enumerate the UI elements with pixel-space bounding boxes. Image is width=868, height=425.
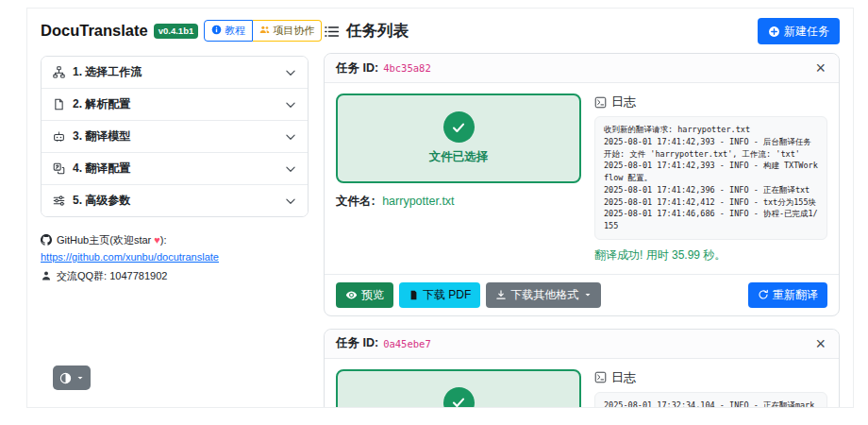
- task-card-footer: 预览 下载 PDF 下载其他格式 重新翻译: [325, 274, 839, 315]
- accordion-label: 2. 解析配置: [73, 96, 130, 112]
- person-icon: [41, 270, 52, 281]
- new-task-label: 新建任务: [784, 24, 829, 40]
- sliders-icon: [53, 195, 65, 207]
- caret-down-icon: [76, 374, 84, 382]
- download-pdf-button[interactable]: 下载 PDF: [399, 282, 480, 308]
- log-header: 日志: [594, 94, 827, 110]
- translate-icon: [53, 162, 65, 175]
- chevron-down-icon: [285, 99, 296, 110]
- preview-button[interactable]: 预览: [336, 282, 393, 308]
- log-label: 日志: [611, 94, 636, 110]
- task-card-body: 文件已选择 文件名: table.pdf 日志 2025-08-01 17:32…: [325, 359, 839, 408]
- task-card: 任务 ID: 0a45ebe7 × 文件已选择 文件名: table.pdf: [324, 329, 840, 408]
- file-dropzone[interactable]: 文件已选择: [336, 369, 581, 408]
- accordion-item-parse-config[interactable]: 2. 解析配置: [42, 88, 308, 120]
- app-frame: DocuTranslate v0.4.1b1 教程 项目协作 1. 选择工作流: [26, 8, 854, 408]
- accordion-item-workflow[interactable]: 1. 选择工作流: [42, 57, 308, 88]
- accordion-label: 1. 选择工作流: [73, 64, 142, 80]
- task-card-header: 任务 ID: 0a45ebe7 ×: [325, 330, 839, 359]
- file-selected-label: 文件已选择: [429, 149, 489, 165]
- download-other-button[interactable]: 下载其他格式: [486, 282, 601, 308]
- github-link[interactable]: https://github.com/xunbu/docutranslate: [41, 251, 219, 263]
- task-id-label: 任务 ID:: [336, 335, 378, 351]
- accordion-item-translate-config[interactable]: 4. 翻译配置: [42, 152, 308, 184]
- task-card-body: 文件已选择 文件名: harrypotter.txt 日志 收到新的翻译请求: …: [325, 83, 839, 274]
- workflow-icon: [53, 66, 65, 78]
- file-column: 文件已选择 文件名: table.pdf: [336, 369, 581, 408]
- task-list-panel: 任务列表 新建任务 任务 ID: 4bc35a82 × 文件已选择: [324, 18, 845, 398]
- chevron-down-icon: [285, 131, 296, 143]
- task-id-label: 任务 ID:: [336, 60, 378, 76]
- download-other-label: 下载其他格式: [510, 287, 578, 303]
- log-icon: [594, 96, 607, 109]
- page-title: 任务列表: [346, 21, 409, 42]
- new-task-button[interactable]: 新建任务: [758, 18, 840, 44]
- status-text: 翻译成功! 用时 35.99 秒。: [594, 247, 827, 264]
- header-button-group: 教程 项目协作: [204, 20, 322, 42]
- caret-down-icon: [584, 291, 592, 298]
- log-column: 日志 收到新的翻译请求: harrypotter.txt 2025-08-01 …: [594, 94, 827, 264]
- file-dropzone[interactable]: 文件已选择: [336, 94, 581, 183]
- settings-accordion: 1. 选择工作流 2. 解析配置 3. 翻译模型 4. 翻译配置 5. 高级参数: [41, 56, 309, 217]
- qq-line: 交流QQ群: 1047781902: [41, 267, 309, 284]
- accordion-label: 4. 翻译配置: [73, 161, 130, 177]
- log-output: 收到新的翻译请求: harrypotter.txt 2025-08-01 17:…: [594, 116, 827, 240]
- app-title: DocuTranslate: [41, 22, 148, 40]
- theme-toggle-button[interactable]: [53, 366, 91, 390]
- version-badge: v0.4.1b1: [154, 24, 199, 39]
- log-label: 日志: [611, 369, 636, 386]
- chevron-down-icon: [285, 67, 296, 78]
- sidebar-header: DocuTranslate v0.4.1b1 教程 项目协作: [41, 18, 309, 43]
- github-line: GitHub主页(欢迎star ♥):: [41, 231, 309, 248]
- collab-button[interactable]: 项目协作: [253, 20, 322, 42]
- tutorial-button[interactable]: 教程: [204, 20, 253, 42]
- tutorial-label: 教程: [225, 24, 245, 38]
- log-output: 2025-08-01 17:32:34,104 - INFO - 正在翻译mar…: [594, 392, 827, 408]
- filename-value: harrypotter.txt: [382, 195, 454, 208]
- task-id-value: 0a45ebe7: [383, 338, 431, 349]
- close-icon[interactable]: ×: [813, 335, 827, 352]
- task-id-value: 4bc35a82: [383, 62, 431, 74]
- download-pdf-label: 下载 PDF: [423, 287, 471, 303]
- download-icon: [495, 289, 507, 300]
- accordion-item-translate-model[interactable]: 3. 翻译模型: [42, 120, 308, 152]
- qq-label: 交流QQ群: 1047781902: [57, 267, 167, 284]
- info-icon: [211, 25, 222, 37]
- sidebar-links: GitHub主页(欢迎star ♥): https://github.com/x…: [41, 231, 309, 284]
- plus-circle-icon: [768, 26, 780, 38]
- collab-label: 项目协作: [273, 24, 314, 38]
- github-label: GitHub主页(欢迎star ♥):: [57, 231, 167, 248]
- accordion-label: 5. 高级参数: [73, 193, 130, 209]
- log-icon: [594, 371, 607, 383]
- check-icon: [443, 111, 475, 143]
- log-column: 日志 2025-08-01 17:32:34,104 - INFO - 正在翻译…: [594, 369, 827, 408]
- file-column: 文件已选择 文件名: harrypotter.txt: [336, 94, 581, 264]
- task-cards: 任务 ID: 4bc35a82 × 文件已选择 文件名: harrypotter…: [324, 53, 840, 408]
- filename-label: 文件名:: [336, 195, 376, 208]
- filename-row: 文件名: harrypotter.txt: [336, 194, 581, 210]
- github-icon: [41, 234, 52, 246]
- robot-icon: [53, 130, 65, 143]
- retranslate-button[interactable]: 重新翻译: [748, 282, 827, 308]
- file-icon: [53, 98, 65, 110]
- pdf-file-icon: [409, 290, 419, 300]
- circle-half-icon: [59, 372, 72, 384]
- eye-icon: [345, 289, 358, 301]
- task-list-header: 任务列表 新建任务: [324, 18, 840, 44]
- sidebar: DocuTranslate v0.4.1b1 教程 项目协作 1. 选择工作流: [41, 18, 309, 398]
- people-icon: [259, 25, 270, 37]
- retranslate-label: 重新翻译: [773, 287, 818, 303]
- list-icon: [324, 24, 340, 40]
- chevron-down-icon: [285, 163, 296, 175]
- close-icon[interactable]: ×: [813, 60, 827, 76]
- accordion-item-advanced-params[interactable]: 5. 高级参数: [42, 184, 308, 216]
- check-icon: [443, 387, 475, 408]
- refresh-icon: [758, 289, 769, 300]
- chevron-down-icon: [285, 196, 296, 207]
- preview-label: 预览: [361, 287, 384, 303]
- accordion-label: 3. 翻译模型: [73, 128, 130, 144]
- log-header: 日志: [594, 369, 827, 386]
- task-card-header: 任务 ID: 4bc35a82 ×: [325, 54, 839, 83]
- task-card: 任务 ID: 4bc35a82 × 文件已选择 文件名: harrypotter…: [324, 53, 840, 316]
